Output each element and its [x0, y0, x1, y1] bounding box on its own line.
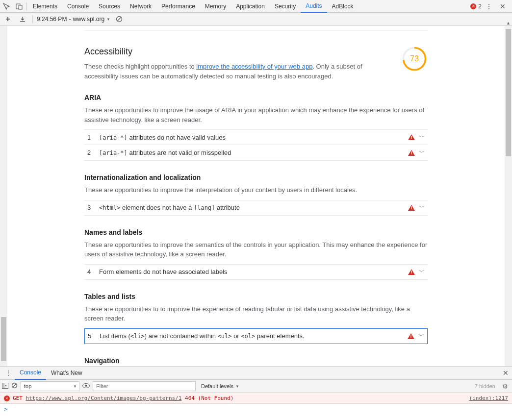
tab-application[interactable]: Application — [231, 0, 270, 13]
drawer-close-icon[interactable]: ✕ — [499, 369, 512, 377]
new-audit-icon[interactable]: + — [2, 13, 14, 25]
tab-memory[interactable]: Memory — [200, 0, 231, 13]
chevron-down-icon[interactable]: ﹀ — [419, 268, 425, 276]
score-gauge: 73 — [401, 46, 428, 72]
audit-issue-row[interactable]: 1 [aria-*] attributes do not have valid … — [84, 129, 428, 145]
tab-network[interactable]: Network — [125, 0, 156, 13]
console-settings-icon[interactable]: ⚙ — [500, 383, 510, 390]
issue-text: Form elements do not have associated lab… — [99, 268, 408, 275]
cat-desc-pre: These checks highlight opportunities to — [84, 63, 196, 70]
section-title-nav: Navigation — [84, 357, 428, 365]
section-title-tables: Tables and lists — [84, 293, 428, 300]
tab-sources[interactable]: Sources — [94, 0, 125, 13]
source-link[interactable]: (index):1217 — [469, 395, 508, 401]
chevron-down-icon[interactable]: ﹀ — [419, 133, 425, 142]
audit-timestamp: 9:24:56 PM — [37, 16, 67, 23]
issue-code: <li> — [130, 333, 145, 340]
log-levels-dropdown[interactable]: Default levels▼ — [199, 382, 242, 391]
console-prompt[interactable]: > — [0, 404, 512, 415]
accessibility-docs-link[interactable]: improve the accessibility of your web ap… — [196, 63, 312, 70]
console-sidebar-toggle-icon[interactable] — [2, 383, 8, 390]
error-icon — [470, 3, 476, 9]
tab-security[interactable]: Security — [270, 0, 301, 13]
category-title: Accessibility — [84, 47, 391, 57]
label-dash: - — [69, 16, 71, 23]
issue-number: 1 — [87, 134, 99, 141]
issue-mid: ) are not contained within — [145, 332, 218, 340]
scroll-thumb[interactable] — [506, 29, 511, 156]
chevron-down-icon[interactable]: ﹀ — [418, 332, 424, 340]
panel-tabs: Elements Console Sources Network Perform… — [28, 0, 470, 13]
request-status: 404 (Not Found) — [185, 395, 233, 401]
score-legend: Score scale: 90-100 50-89 0-49 — [84, 26, 428, 31]
chevron-down-icon[interactable]: ﹀ — [419, 203, 425, 212]
svg-line-9 — [13, 384, 16, 387]
execution-context-dropdown[interactable]: top▼ — [21, 381, 79, 391]
drawer-tab-whatsnew[interactable]: What's New — [46, 367, 87, 380]
vertical-scrollbar[interactable]: ▲ ▼ — [505, 26, 512, 366]
dropdown-caret-icon: ▼ — [235, 384, 239, 389]
issue-post: parent elements. — [255, 332, 304, 340]
issue-post: attributes are not valid or misspelled — [128, 149, 231, 156]
tab-console[interactable]: Console — [62, 0, 94, 13]
separator — [32, 15, 33, 23]
clear-console-icon[interactable] — [11, 382, 18, 390]
section-title-names: Names and labels — [84, 228, 428, 236]
inspect-element-icon[interactable] — [0, 0, 13, 13]
console-drawer: ⋮ Console What's New ✕ top▼ Default leve… — [0, 366, 512, 420]
legend-range-avg: 50-89 — [384, 26, 399, 27]
more-options-icon[interactable]: ⋮ — [486, 2, 492, 10]
drawer-tab-console[interactable]: Console — [15, 367, 46, 380]
error-count: 2 — [478, 3, 482, 10]
separator — [26, 2, 27, 10]
legend-range-fail: 0-49 — [416, 26, 428, 27]
device-toolbar-icon[interactable] — [13, 0, 26, 13]
issue-text: <html> element does not have a [lang] at… — [99, 204, 408, 211]
download-icon[interactable] — [17, 13, 28, 25]
category-description: These checks highlight opportunities to … — [84, 62, 391, 81]
svg-line-3 — [117, 17, 121, 21]
audit-run-label[interactable]: 9:24:56 PM - www.spl.org ▼ — [37, 16, 110, 23]
console-message-row[interactable]: GET https://www.spl.org/Content/images/b… — [0, 393, 512, 404]
issue-post: attributes do not have valid values — [128, 134, 226, 141]
issue-number: 2 — [87, 149, 99, 156]
console-filter-input[interactable] — [93, 381, 196, 391]
issue-mid2: or — [232, 332, 241, 340]
drawer-more-icon[interactable]: ⋮ — [2, 369, 15, 377]
tab-performance[interactable]: Performance — [156, 0, 200, 13]
scroll-up-icon[interactable]: ▲ — [505, 19, 512, 26]
warning-icon — [408, 134, 415, 140]
audit-issue-row[interactable]: 2 [aria-*] attributes are not valid or m… — [84, 145, 428, 161]
audit-issue-row[interactable]: 4 Form elements do not have associated l… — [84, 264, 428, 280]
error-count-badge[interactable]: 2 — [470, 3, 482, 10]
live-expression-icon[interactable] — [82, 383, 90, 390]
clear-icon[interactable] — [113, 13, 125, 25]
issue-code: <html> — [99, 204, 120, 211]
devtools-toolbar: Elements Console Sources Network Perform… — [0, 0, 512, 13]
audit-issue-row[interactable]: 5 List items (<li>) are not contained wi… — [84, 328, 428, 344]
tab-elements[interactable]: Elements — [28, 0, 62, 13]
section-title-i18n: Internationalization and localization — [84, 173, 428, 181]
levels-value: Default levels — [201, 383, 233, 389]
close-devtools-icon[interactable]: ✕ — [496, 0, 509, 13]
issue-code: [lang] — [194, 204, 215, 211]
issue-mid: element does not have a — [120, 204, 194, 211]
section-title-aria: ARIA — [84, 94, 428, 101]
tab-audits[interactable]: Audits — [301, 0, 327, 13]
section-desc-tables: These are opportunities to to improve th… — [84, 304, 428, 323]
section-desc-aria: These are opportunities to improve the u… — [84, 105, 428, 124]
issue-pre: List items ( — [100, 332, 130, 340]
audit-issue-row[interactable]: 3 <html> element does not have a [lang] … — [84, 200, 428, 216]
issue-code: <ol> — [241, 333, 255, 340]
space — [181, 395, 185, 401]
audits-subbar: + 9:24:56 PM - www.spl.org ▼ — [0, 13, 512, 26]
dropdown-caret-icon: ▼ — [73, 384, 77, 389]
audit-site: www.spl.org — [73, 16, 104, 23]
tab-adblock[interactable]: AdBlock — [327, 0, 358, 13]
request-url-link[interactable]: https://www.spl.org/Content/images/bg-pa… — [26, 395, 182, 401]
issue-number: 3 — [87, 204, 99, 211]
chevron-down-icon[interactable]: ﹀ — [419, 148, 425, 157]
issue-code: <ul> — [218, 333, 232, 340]
hidden-messages-count[interactable]: 7 hidden — [475, 383, 497, 389]
issue-text: [aria-*] attributes are not valid or mis… — [99, 149, 408, 156]
